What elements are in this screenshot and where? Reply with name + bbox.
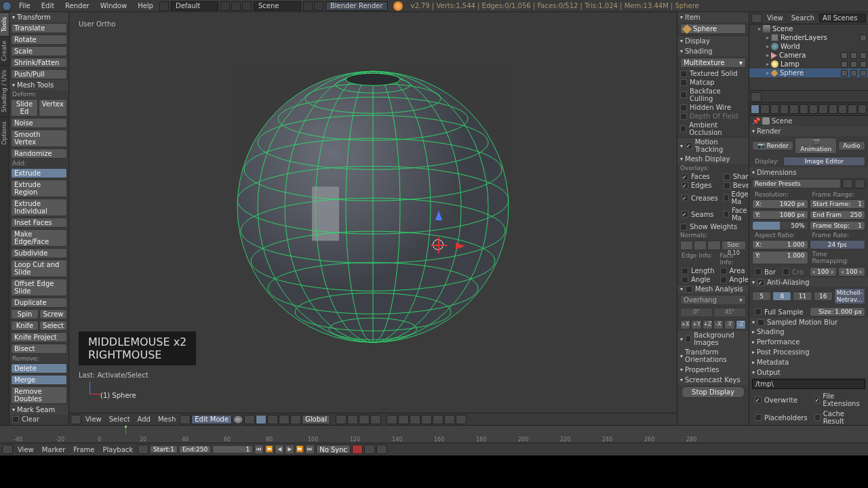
chk-edge-length[interactable]: Length xyxy=(679,266,717,275)
fps[interactable]: 24 fps xyxy=(810,240,866,249)
layout-del[interactable] xyxy=(231,1,241,11)
aspect-y[interactable]: Y:1.000 xyxy=(752,251,808,264)
panel-mark-seam[interactable]: Mark Seam xyxy=(9,405,68,415)
btn-knife-select[interactable]: Select xyxy=(39,321,67,331)
pr-smb[interactable]: ▾Sampled Motion Blur xyxy=(749,318,868,327)
pr-aa[interactable]: ▾Anti-Aliasing xyxy=(749,278,868,287)
ptab-constraint[interactable] xyxy=(800,104,808,114)
outliner-row-world[interactable]: ▸World xyxy=(749,42,868,51)
btn-key-type[interactable] xyxy=(364,445,375,454)
btn-animation[interactable]: 🎬 Animation xyxy=(795,138,836,154)
btn-loop-cut[interactable]: Loop Cut and Slide xyxy=(11,260,67,277)
timeline-editor-icon[interactable] xyxy=(2,445,13,454)
remap-new[interactable]: ‹100› xyxy=(838,267,865,277)
np-meshdisplay-head[interactable]: Mesh Display xyxy=(677,154,749,164)
layers-1[interactable] xyxy=(387,415,397,424)
vp-menu-view[interactable]: View xyxy=(82,415,105,423)
np-item-head[interactable]: Item xyxy=(677,12,749,22)
limit-selection[interactable] xyxy=(290,415,301,424)
pivot-icon[interactable] xyxy=(244,415,255,424)
scene-del[interactable] xyxy=(314,1,323,11)
btn-delete[interactable]: Delete xyxy=(11,363,67,373)
gizmo-x-arrow[interactable] xyxy=(456,243,465,249)
chk-full-sample[interactable]: Full Sample xyxy=(752,307,808,317)
chk-creases[interactable]: Creases xyxy=(679,190,721,206)
btn-audio[interactable]: Audio xyxy=(838,141,865,150)
btn-randomize[interactable]: Randomize xyxy=(11,148,67,159)
btn-scale[interactable]: Scale xyxy=(11,46,67,56)
btn-slide-vertex[interactable]: Vertex xyxy=(39,99,67,117)
preset-del[interactable] xyxy=(854,179,865,188)
3d-viewport[interactable]: User Ortho xyxy=(69,12,677,413)
editor-type-icon[interactable] xyxy=(71,415,81,424)
btn-noise[interactable]: Noise xyxy=(11,118,67,128)
ptab-render[interactable] xyxy=(751,104,760,114)
btn-subdivide[interactable]: Subdivide xyxy=(11,248,67,258)
outliner-row-camera[interactable]: ▸Camera xyxy=(749,51,868,60)
chk-seams[interactable]: Seams xyxy=(679,206,721,222)
chk-fileext[interactable]: File Extensions xyxy=(812,392,865,408)
btn-screw[interactable]: Screw xyxy=(39,309,67,319)
menu-file[interactable]: File xyxy=(14,1,36,11)
btn-smooth-vertex[interactable]: Smooth Vertex xyxy=(11,129,67,147)
btn-remove-doubles[interactable]: Remove Doubles xyxy=(11,386,67,404)
outliner-row-renderlayers[interactable]: ▸RenderLayers xyxy=(749,33,868,42)
aa-16[interactable]: 16 xyxy=(814,291,833,301)
check-clear-seam[interactable]: Clear xyxy=(9,415,68,424)
remap-old[interactable]: ‹100› xyxy=(810,267,837,277)
sel-face[interactable] xyxy=(279,415,290,424)
output-path[interactable]: /tmp\ xyxy=(752,379,865,389)
manipulator-scale[interactable] xyxy=(370,415,381,424)
outliner[interactable]: ▸Scene▸RenderLayers▸World▸Camera▸Lamp▸Sp… xyxy=(749,24,868,91)
chk-backface[interactable]: Backface Culling xyxy=(677,87,749,103)
aa-8[interactable]: 8 xyxy=(772,291,791,301)
render-engine[interactable]: Blender Render xyxy=(326,1,388,11)
blender-icon[interactable] xyxy=(2,1,12,11)
menu-window[interactable]: Window xyxy=(95,1,132,11)
ptab-scene[interactable] xyxy=(770,104,779,114)
gizmo-z-arrow[interactable] xyxy=(435,211,442,220)
np-mesh-analysis[interactable]: ▾Mesh Analysis xyxy=(677,285,749,293)
btn-duplicate[interactable]: Duplicate xyxy=(11,298,67,308)
np-display-head[interactable]: Display xyxy=(677,36,749,46)
btn-slide-edge[interactable]: Slide Ed xyxy=(11,99,38,117)
ptab-modifier[interactable] xyxy=(809,104,818,114)
np-bgimages[interactable]: ▾Background Images xyxy=(677,331,749,347)
pr-metadata[interactable]: Metadata xyxy=(749,357,868,367)
tl-current[interactable]: 1 xyxy=(212,445,253,453)
snap-toggle[interactable] xyxy=(421,415,432,424)
mode-icon[interactable] xyxy=(180,415,191,424)
chk-bevel[interactable]: Bevel xyxy=(721,181,749,190)
outliner-search-menu[interactable]: Search xyxy=(788,14,818,22)
ptab-object[interactable] xyxy=(789,104,798,114)
vp-menu-select[interactable]: Select xyxy=(106,415,134,423)
pr-output[interactable]: Output xyxy=(749,367,868,378)
opengl-anim[interactable] xyxy=(456,415,467,424)
aa-filter[interactable]: Mitchell-Netrav... xyxy=(834,288,865,304)
tab-shading-uvs[interactable]: Shading / UVs xyxy=(0,65,9,117)
btn-shrink-fatten[interactable]: Shrink/Fatten xyxy=(11,58,67,68)
menu-render[interactable]: Render xyxy=(60,1,95,11)
np-shading-head[interactable]: Shading xyxy=(677,46,749,56)
vp-menu-add[interactable]: Add xyxy=(134,415,154,423)
btn-bisect[interactable]: Bisect xyxy=(11,344,67,354)
btn-jump-start[interactable]: ⏮ xyxy=(254,445,264,454)
btn-jump-end[interactable]: ⏭ xyxy=(305,445,315,454)
aa-11[interactable]: 11 xyxy=(793,291,812,301)
outliner-view[interactable]: View xyxy=(764,14,787,22)
menu-help[interactable]: Help xyxy=(132,1,159,11)
sel-vertex[interactable] xyxy=(256,415,267,424)
res-y[interactable]: Y:1080 px xyxy=(752,210,808,220)
mesh-sphere[interactable] xyxy=(224,58,522,356)
chk-placeholders[interactable]: Placeholders xyxy=(752,409,810,425)
mode-selector[interactable]: Edit Mode xyxy=(191,415,232,424)
btn-knife[interactable]: Knife xyxy=(11,321,39,331)
chk-face-area[interactable]: Area xyxy=(717,266,749,275)
item-name-field[interactable]: Sphere xyxy=(680,24,746,34)
ptab-data[interactable] xyxy=(818,104,827,114)
np-screencast[interactable]: Screencast Keys xyxy=(677,375,749,385)
btn-record[interactable] xyxy=(352,445,363,454)
axis-row[interactable]: +X+Y+Z -X-Y-Z xyxy=(677,319,749,331)
btn-play[interactable]: ▶ xyxy=(285,445,294,454)
chk-border[interactable]: Bor xyxy=(752,267,778,277)
